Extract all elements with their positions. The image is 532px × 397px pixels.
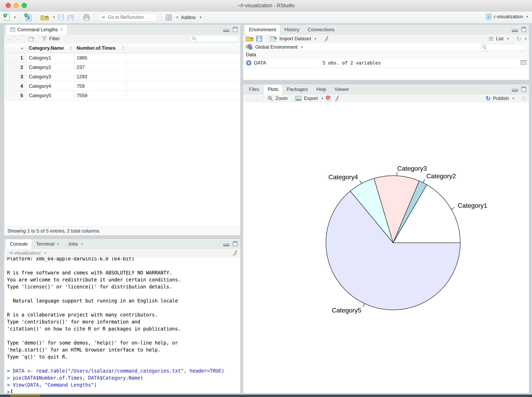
table-search-box[interactable] bbox=[190, 35, 238, 42]
minimize-pane-icon[interactable] bbox=[223, 29, 229, 32]
tab-connections[interactable]: Connections bbox=[304, 25, 339, 34]
minimize-pane-icon[interactable] bbox=[512, 88, 518, 92]
table-cell: 7559 bbox=[74, 91, 126, 100]
print-button[interactable] bbox=[82, 14, 90, 21]
goto-file-search[interactable] bbox=[98, 13, 157, 21]
console-output[interactable]: Platform: x86_64-apple-darwin15.6.0 (64-… bbox=[4, 257, 240, 393]
publish-button[interactable]: Publish bbox=[493, 96, 509, 101]
column-header-category.name[interactable]: Category.Name▲▼ bbox=[26, 43, 74, 53]
tab-files[interactable]: Files bbox=[245, 84, 263, 94]
tab-environment[interactable]: Environment bbox=[245, 25, 280, 34]
addins-button[interactable]: Addins bbox=[181, 15, 196, 20]
minimize-pane-icon[interactable] bbox=[223, 243, 229, 246]
table-row[interactable]: 5Category57559 bbox=[4, 91, 240, 100]
main-toolbar: ▾ R ▾ ▾ Addins ▾ bbox=[0, 12, 532, 24]
pane-layout-caret-icon[interactable]: ▾ bbox=[176, 15, 178, 19]
project-menu[interactable]: R r-visualization ▾ bbox=[486, 13, 528, 20]
table-row[interactable]: 3Category31293 bbox=[4, 72, 240, 81]
tab-label: Packages bbox=[287, 87, 308, 92]
column-header-number.of.times[interactable]: Number.of.Times▲▼ bbox=[74, 43, 126, 53]
open-file-caret-icon[interactable]: ▾ bbox=[53, 15, 55, 19]
clear-console-icon[interactable] bbox=[232, 250, 238, 256]
addins-caret-icon[interactable]: ▾ bbox=[200, 15, 202, 19]
maximize-pane-icon[interactable] bbox=[233, 241, 238, 246]
close-icon[interactable]: × bbox=[80, 241, 83, 247]
zoom-plot-button[interactable]: Zoom bbox=[275, 96, 288, 101]
minimize-pane-icon[interactable] bbox=[512, 29, 518, 32]
goto-file-input[interactable] bbox=[108, 14, 152, 20]
export-plot-button[interactable]: Export bbox=[304, 96, 318, 101]
environment-toolbar: Import Dataset ▾ List ▾ ↻ ▾ bbox=[243, 34, 529, 43]
tab-jobs[interactable]: Jobs× bbox=[64, 239, 88, 249]
maximize-pane-icon[interactable] bbox=[521, 87, 526, 92]
environment-entry-data[interactable]: DATA5 obs. of 2 variables bbox=[243, 58, 529, 68]
table-row[interactable]: 4Category4759 bbox=[4, 81, 240, 91]
forward-icon[interactable]: → bbox=[15, 36, 21, 42]
console-prompt[interactable]: > bbox=[7, 389, 240, 393]
save-button[interactable] bbox=[57, 14, 64, 21]
save-all-button[interactable] bbox=[67, 14, 74, 21]
open-file-button[interactable] bbox=[40, 14, 49, 21]
next-plot-icon[interactable]: → bbox=[254, 95, 260, 101]
export-caret-icon[interactable]: ▾ bbox=[322, 96, 323, 100]
sort-toggle-icon[interactable]: ▲▼ bbox=[122, 45, 125, 51]
save-workspace-icon[interactable] bbox=[256, 36, 262, 42]
load-workspace-icon[interactable] bbox=[246, 35, 253, 42]
popout-window-icon[interactable] bbox=[28, 36, 34, 42]
clear-plots-icon[interactable] bbox=[334, 95, 340, 102]
tab-packages[interactable]: Packages bbox=[282, 84, 312, 94]
new-project-button[interactable]: R bbox=[24, 13, 32, 22]
list-view-button[interactable]: List bbox=[496, 36, 503, 42]
zoom-plot-icon[interactable] bbox=[267, 96, 273, 101]
table-cell: Category4 bbox=[26, 81, 74, 91]
open-in-files-icon[interactable] bbox=[43, 251, 48, 255]
new-file-caret-icon[interactable]: ▾ bbox=[14, 15, 16, 19]
previous-plot-icon[interactable]: ← bbox=[246, 95, 252, 101]
pie-label-tick bbox=[363, 304, 365, 307]
pie-label-category1: Category1 bbox=[458, 202, 487, 209]
filter-icon[interactable] bbox=[42, 36, 47, 41]
expand-object-icon[interactable] bbox=[246, 60, 252, 66]
rownum-column-header[interactable]: ▲ bbox=[4, 43, 26, 53]
tab-terminal[interactable]: Terminal× bbox=[32, 239, 64, 249]
tab-console[interactable]: Console bbox=[6, 239, 32, 249]
tab-help[interactable]: Help bbox=[312, 84, 330, 94]
pane-layout-button[interactable] bbox=[165, 14, 172, 21]
refresh-plot-icon[interactable]: ↻ bbox=[522, 95, 526, 102]
environment-search-box[interactable] bbox=[480, 44, 526, 51]
plots-toolbar: ← → Zoom Export ▾ ↻ Publish ▾ bbox=[243, 94, 529, 103]
publish-caret-icon[interactable]: ▾ bbox=[512, 96, 514, 100]
environment-search-input[interactable] bbox=[488, 44, 523, 50]
import-dataset-caret-icon[interactable]: ▾ bbox=[315, 37, 316, 41]
maximize-pane-icon[interactable] bbox=[233, 27, 238, 32]
list-view-caret-icon[interactable]: ▾ bbox=[507, 37, 509, 41]
view-table-icon[interactable] bbox=[520, 60, 526, 65]
maximize-pane-icon[interactable] bbox=[521, 27, 526, 32]
back-icon[interactable]: ← bbox=[7, 36, 13, 42]
export-plot-icon[interactable] bbox=[295, 96, 302, 101]
environment-scope-row[interactable]: Global Environment ▾ bbox=[243, 43, 529, 51]
column-label: Number.of.Times bbox=[76, 45, 115, 51]
table-row[interactable]: 1Category11965 bbox=[4, 53, 240, 63]
import-dataset-button[interactable]: Import Dataset bbox=[279, 36, 311, 42]
import-dataset-icon[interactable] bbox=[270, 36, 277, 42]
close-icon[interactable]: × bbox=[57, 241, 60, 247]
list-view-icon[interactable] bbox=[489, 37, 494, 41]
publish-icon[interactable]: ↻ bbox=[486, 95, 490, 102]
close-icon[interactable]: × bbox=[60, 27, 63, 32]
sort-toggle-icon[interactable]: ▲▼ bbox=[70, 45, 72, 51]
filter-button[interactable]: Filter bbox=[49, 36, 60, 42]
table-row[interactable]: 2Category2237 bbox=[4, 63, 240, 72]
tab-history[interactable]: History bbox=[280, 25, 304, 34]
refresh-environment-icon[interactable]: ↻ bbox=[516, 35, 521, 42]
clear-environment-icon[interactable] bbox=[324, 36, 329, 42]
table-search-input[interactable] bbox=[198, 36, 233, 42]
tab-plots[interactable]: Plots bbox=[263, 84, 282, 94]
remove-plot-icon[interactable] bbox=[326, 95, 332, 102]
new-file-button[interactable] bbox=[3, 13, 10, 21]
refresh-caret-icon[interactable]: ▾ bbox=[525, 37, 526, 41]
tab-viewer[interactable]: Viewer bbox=[330, 84, 353, 94]
tab-command-lengths[interactable]: Command Lengths × bbox=[6, 25, 67, 34]
row-number-cell: 3 bbox=[4, 72, 26, 81]
pie-label-category2: Category2 bbox=[426, 173, 456, 180]
